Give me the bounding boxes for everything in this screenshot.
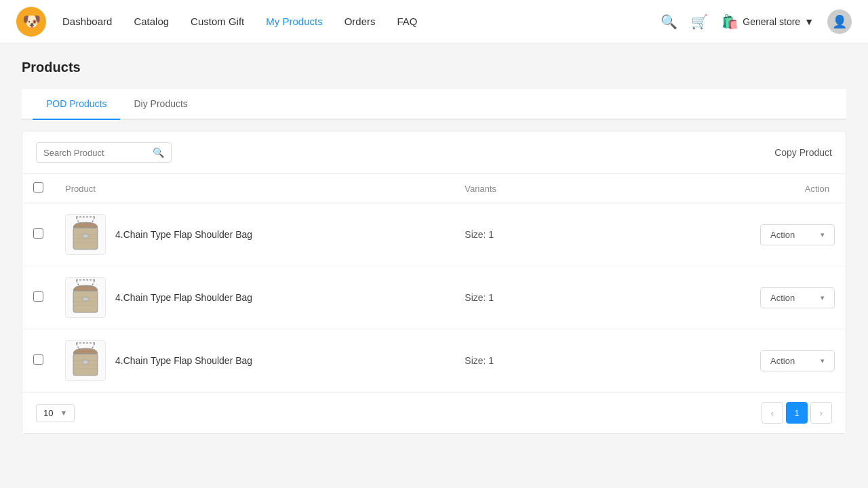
nav-item-catalog[interactable]: Catalog [134,13,169,30]
pagination: ‹ 1 › [762,402,832,424]
table-row: 4.Chain Type Flap Shoulder BagSize: 1Act… [22,329,846,392]
next-page-button[interactable]: › [810,402,832,424]
product-name: 4.Chain Type Flap Shoulder Bag [115,229,252,240]
product-cell: 4.Chain Type Flap Shoulder Bag [65,214,443,255]
page-1-button[interactable]: 1 [786,402,808,424]
product-image [65,340,106,381]
header: 🐶 DashboardCatalogCustom GiftMy Products… [0,0,868,43]
row-product-cell: 4.Chain Type Flap Shoulder Bag [54,266,454,329]
tab-pod[interactable]: POD Products [33,89,120,120]
row-product-cell: 4.Chain Type Flap Shoulder Bag [54,329,454,392]
main-nav: DashboardCatalogCustom GiftMy ProductsOr… [62,13,660,30]
svg-line-2 [92,217,95,222]
table-body: 4.Chain Type Flap Shoulder BagSize: 1Act… [22,203,846,392]
nav-item-dashboard[interactable]: Dashboard [62,13,112,30]
page-title: Products [22,60,846,75]
row-variants-cell: Size: 1 [454,329,661,392]
tab-diy[interactable]: Diy Products [120,89,201,120]
row-action-cell: Action▾ [661,203,846,266]
action-label: Action [770,293,795,303]
row-checkbox-0[interactable] [33,228,43,239]
row-checkbox-cell [22,329,54,392]
nav-item-custom-gift[interactable]: Custom Gift [191,13,244,30]
row-checkbox-2[interactable] [33,354,43,365]
action-chevron-icon: ▾ [821,357,825,365]
table-head: Product Variants Action [22,174,846,203]
table-row: 4.Chain Type Flap Shoulder BagSize: 1Act… [22,203,846,266]
header-checkbox-cell [22,174,54,203]
copy-product-button[interactable]: Copy Product [774,147,832,158]
nav-item-orders[interactable]: Orders [344,13,376,30]
page-size-selector[interactable]: 10 ▼ [36,404,75,422]
avatar-icon: 👤 [832,14,847,29]
products-table: Product Variants Action 4.Chain Type Fl [22,174,846,392]
search-icon[interactable]: 🔍 [660,14,677,30]
row-action-cell: Action▾ [661,329,846,392]
action-dropdown-2[interactable]: Action▾ [760,350,835,371]
svg-line-10 [92,280,95,285]
row-variants-cell: Size: 1 [454,266,661,329]
search-wrapper[interactable]: 🔍 [36,142,172,163]
row-checkbox-cell [22,266,54,329]
nav-item-my-products[interactable]: My Products [266,13,322,30]
header-right: 🔍 🛒 🛍️ General store ▼ 👤 [660,9,852,34]
store-selector[interactable]: 🛍️ General store ▼ [722,14,814,30]
header-variants: Variants [454,174,661,203]
action-chevron-icon: ▾ [821,230,825,239]
row-variants-cell: Size: 1 [454,203,661,266]
product-name: 4.Chain Type Flap Shoulder Bag [115,355,252,366]
action-label: Action [770,230,795,240]
logo[interactable]: 🐶 [16,7,46,37]
row-action-cell: Action▾ [661,266,846,329]
svg-line-9 [76,280,79,285]
search-input[interactable] [43,148,153,158]
nav-item-faq[interactable]: FAQ [397,13,417,30]
product-name: 4.Chain Type Flap Shoulder Bag [115,292,252,303]
select-all-checkbox[interactable] [33,182,43,192]
table-row: 4.Chain Type Flap Shoulder BagSize: 1Act… [22,266,846,329]
svg-line-17 [76,343,79,348]
action-dropdown-1[interactable]: Action▾ [760,287,835,308]
product-table-container: 🔍 Copy Product Product Variants Action [22,131,846,434]
logo-emoji: 🐶 [22,13,41,30]
row-checkbox-cell [22,203,54,266]
store-name: General store [743,16,800,27]
action-dropdown-0[interactable]: Action▾ [760,224,835,245]
svg-line-18 [92,343,95,348]
prev-page-button[interactable]: ‹ [762,402,783,424]
page-size-value: 10 [43,408,53,418]
store-bag-icon: 🛍️ [722,14,738,30]
action-label: Action [770,356,795,366]
header-product: Product [54,174,454,203]
product-image [65,214,106,255]
row-checkbox-1[interactable] [33,291,43,302]
page: Products POD ProductsDiy Products 🔍 Copy… [0,43,868,488]
svg-line-1 [76,217,79,222]
toolbar: 🔍 Copy Product [22,131,846,174]
search-icon-btn[interactable]: 🔍 [153,147,164,158]
row-product-cell: 4.Chain Type Flap Shoulder Bag [54,203,454,266]
header-action: Action [661,174,846,203]
store-dropdown-icon: ▼ [804,16,814,27]
product-cell: 4.Chain Type Flap Shoulder Bag [65,277,443,318]
product-image [65,277,106,318]
action-chevron-icon: ▾ [821,293,825,302]
table-header-row: Product Variants Action [22,174,846,203]
avatar[interactable]: 👤 [827,9,852,34]
tabs-container: POD ProductsDiy Products [22,89,846,120]
table-footer: 10 ▼ ‹ 1 › [22,392,846,433]
product-cell: 4.Chain Type Flap Shoulder Bag [65,340,443,381]
page-size-chevron: ▼ [60,409,67,417]
cart-icon[interactable]: 🛒 [691,14,708,30]
